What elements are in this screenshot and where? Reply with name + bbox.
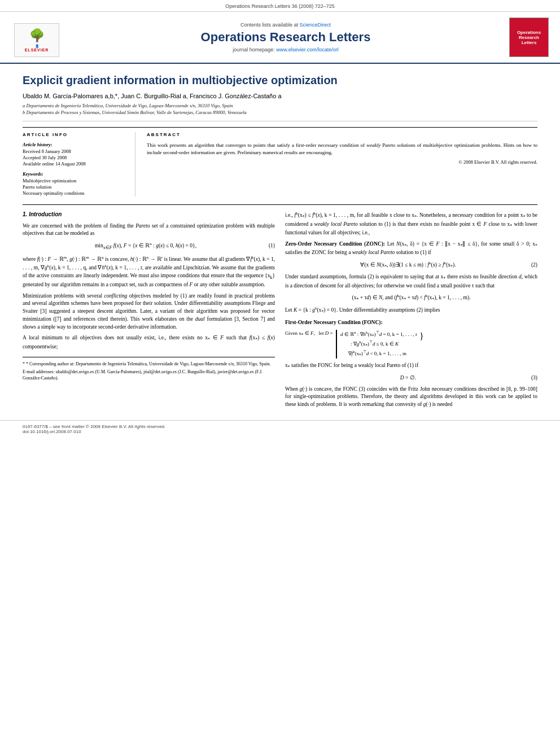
contents-available-line: Contents lists available at ScienceDirec… bbox=[68, 22, 504, 28]
right-paragraph1: i.e., fk(x*) ≤ fk(x), k = 1, . . . , m, … bbox=[285, 211, 537, 237]
logo-line1: Operations bbox=[517, 30, 541, 35]
eq3-content: D = ∅. bbox=[285, 374, 531, 382]
footnote-section: * * Corresponding author at: Departament… bbox=[23, 357, 275, 382]
journal-homepage-line: journal homepage: www.elsevier.com/locat… bbox=[68, 47, 504, 53]
keyword-3: Necessary optimality conditions bbox=[23, 190, 127, 196]
elsevier-logo: 🌳 👤 ELSEVIER bbox=[14, 23, 59, 57]
eq1-number: (1) bbox=[269, 242, 275, 250]
info-section: ARTICLE INFO Article history: Received 8… bbox=[23, 127, 537, 196]
journal-logo-right: Operations Research Letters bbox=[509, 18, 549, 57]
right-paragraph3: Let K = {k : gk(x*) = 0}. Under differen… bbox=[285, 305, 537, 316]
homepage-url[interactable]: www.elsevier.com/locate/orl bbox=[276, 47, 339, 53]
main-body: 1. Introduction We are concerned with th… bbox=[23, 204, 537, 412]
intro-paragraph2: where f(·) : F → ℝm, g(·) : ℝm → ℝq is c… bbox=[23, 255, 275, 289]
article-info-column: ARTICLE INFO Article history: Received 8… bbox=[23, 132, 135, 196]
logo-line2: Research bbox=[519, 35, 539, 40]
journal-header: 🌳 👤 ELSEVIER Contents lists available at… bbox=[0, 12, 560, 64]
article-content: Explicit gradient information in multiob… bbox=[0, 64, 560, 420]
authors: Ubaldo M. García-Palomares a,b,*, Juan C… bbox=[23, 93, 537, 99]
logo-line3: Letters bbox=[522, 40, 537, 45]
journal-title: Operations Research Letters bbox=[68, 30, 504, 45]
intro-paragraph1: We are concerned with the problem of fin… bbox=[23, 222, 275, 238]
article-info-title: ARTICLE INFO bbox=[23, 132, 127, 137]
left-column: 1. Introduction We are concerned with th… bbox=[23, 211, 275, 412]
abstract-column: ABSTRACT This work presents an algorithm… bbox=[147, 132, 537, 196]
elsevier-wordmark: ELSEVIER bbox=[25, 48, 49, 52]
equation3: D = ∅. (3) bbox=[285, 374, 537, 382]
sciencedirect-link[interactable]: ScienceDirect bbox=[300, 22, 331, 28]
history-label: Article history: bbox=[23, 142, 127, 147]
elsevier-tree-icon: 🌳 bbox=[29, 28, 45, 43]
keyword-2: Pareto solution bbox=[23, 184, 127, 190]
available-online: Available online 14 August 2008 bbox=[23, 161, 127, 167]
keywords-label: Keywords: bbox=[23, 171, 127, 177]
eq3-number: (3) bbox=[531, 374, 537, 382]
right-paragraph4: When g(·) is concave, the FONC (3) coinc… bbox=[285, 386, 537, 409]
authors-text: Ubaldo M. García-Palomares a,b,*, Juan C… bbox=[23, 93, 282, 99]
contents-text: Contents lists available at bbox=[240, 22, 298, 28]
brace-right: } bbox=[419, 330, 424, 343]
journal-citation: Operations Research Letters 36 (2008) 72… bbox=[0, 0, 560, 12]
fonc-title: First-Order Necessary Condition (FONC): bbox=[285, 319, 537, 327]
brace-line3: ∇fk(x*)⊤d < 0, k = 1, . . . , m bbox=[340, 349, 417, 359]
footnote-star: * * Corresponding author at: Departament… bbox=[23, 361, 275, 367]
footer-doi: doi:10.1016/j.orl.2008.07.010 bbox=[23, 429, 537, 434]
affiliation-a: a Departamento de Ingeniería Telemática,… bbox=[23, 103, 537, 108]
footer: 0167-6377/$ – see front matter © 2008 El… bbox=[0, 420, 560, 438]
journal-center: Contents lists available at ScienceDirec… bbox=[68, 22, 504, 53]
header-divider bbox=[23, 121, 537, 121]
accepted-date: Accepted 30 July 2008 bbox=[23, 155, 127, 160]
citation-text: Operations Research Letters 36 (2008) 72… bbox=[225, 3, 335, 9]
eq2-line: ∀(x ∈ N(x*, δ))∃(1 ≤ k ≤ m) : fk(x) ≥ fk… bbox=[285, 260, 537, 270]
fonc-given-box: Given x* ∈ F, let D = d ∈ ℝn : ∇hk(x*)⊤d… bbox=[285, 330, 537, 359]
fonc-given-label: Given x* ∈ F, let D = bbox=[285, 330, 336, 339]
intro-section-title: 1. Introduction bbox=[23, 211, 275, 219]
eq2-content: ∀(x ∈ N(x*, δ))∃(1 ≤ k ≤ m) : fk(x) ≥ fk… bbox=[285, 260, 531, 270]
brace-line1: d ∈ ℝn : ∇hk(x*)⊤d = 0, k = 1, . . . , r bbox=[340, 330, 417, 339]
eq3-line: D = ∅. (3) bbox=[285, 374, 537, 382]
article-title: Explicit gradient information in multiob… bbox=[23, 74, 537, 87]
abstract-text: This work presents an algorithm that con… bbox=[147, 142, 537, 156]
eq1-line: minx∈F f(x), F = {x ∈ ℝn : g(x) ≤ 0, h(x… bbox=[23, 241, 275, 251]
equation2: ∀(x ∈ N(x*, δ))∃(1 ≤ k ≤ m) : fk(x) ≥ fk… bbox=[285, 260, 537, 270]
fonc-conclusion: x* satisfies the FONC for being a weakly… bbox=[285, 362, 537, 370]
keyword-1: Multiobjective optimization bbox=[23, 178, 127, 184]
page: Operations Research Letters 36 (2008) 72… bbox=[0, 0, 560, 747]
intro-paragraph3: Minimization problems with several confl… bbox=[23, 292, 275, 331]
copyright-text: © 2008 Elsevier B.V. All rights reserved… bbox=[147, 159, 537, 165]
footnote-email: E-mail addresses: ubaldo@det.uvigo.es (U… bbox=[23, 369, 275, 381]
abstract-title: ABSTRACT bbox=[147, 132, 537, 137]
brace-line2: : ∇gk(x*)⊤d ≤ 0, k ∈ K bbox=[340, 339, 417, 349]
eq2-number: (2) bbox=[531, 261, 537, 269]
elsevier-person-icon: 👤 bbox=[35, 44, 39, 48]
right-column: i.e., fk(x*) ≤ fk(x), k = 1, . . . , m, … bbox=[285, 211, 537, 412]
zonc-section: Zero-Order Necessary Condition (ZONC): L… bbox=[285, 241, 537, 257]
received-date: Received 8 January 2008 bbox=[23, 148, 127, 154]
eq1-content: minx∈F f(x), F = {x ∈ ℝn : g(x) ≤ 0, h(x… bbox=[23, 241, 269, 251]
fonc-brace-box: d ∈ ℝn : ∇hk(x*)⊤d = 0, k = 1, . . . , r… bbox=[336, 330, 417, 359]
equation1: minx∈F f(x), F = {x ∈ ℝn : g(x) ≤ 0, h(x… bbox=[23, 241, 275, 251]
intro-paragraph4: A local minimum to all objectives does n… bbox=[23, 334, 275, 351]
right-paragraph2: Under standard assumptions, formula (2) … bbox=[285, 273, 537, 290]
affiliation-b: b Departamento de Procesos y Sistemas, U… bbox=[23, 110, 537, 115]
footer-line1: 0167-6377/$ – see front matter © 2008 El… bbox=[23, 424, 537, 429]
elsevier-logo-container: 🌳 👤 ELSEVIER bbox=[11, 18, 62, 57]
eq3-text: (x* + τd) ∈ N, and (fk(x* + τd) < fk(x*)… bbox=[285, 293, 537, 303]
